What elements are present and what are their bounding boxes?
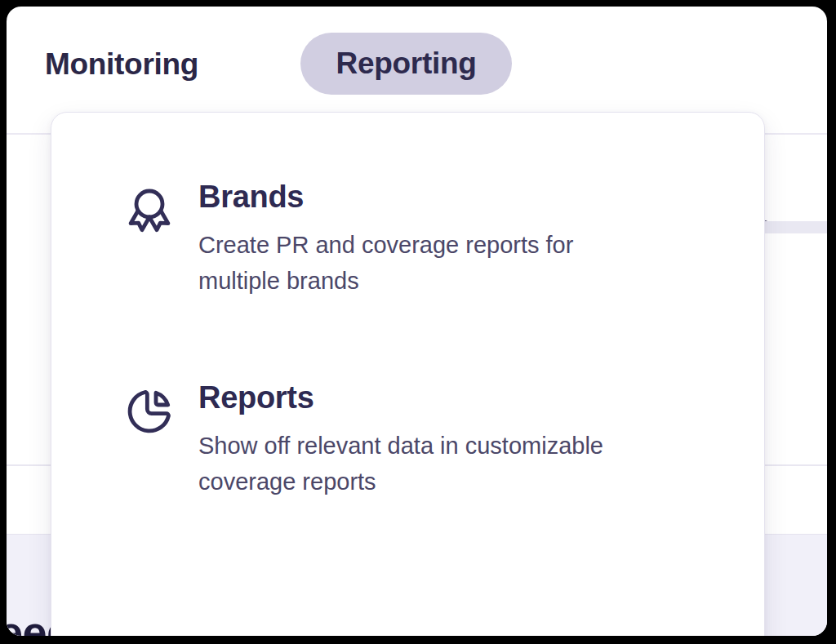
award-icon bbox=[123, 184, 176, 237]
tab-reporting[interactable]: Reporting bbox=[300, 33, 512, 95]
menu-item-title: Reports bbox=[198, 380, 623, 416]
menu-item-title: Brands bbox=[198, 180, 623, 215]
menu-item-description: Show off relevant data in customizable c… bbox=[198, 428, 623, 500]
tab-monitoring[interactable]: Monitoring bbox=[45, 47, 198, 82]
menu-item-reports[interactable]: Reports Show off relevant data in custom… bbox=[123, 380, 623, 500]
menu-item-brands[interactable]: Brands Create PR and coverage reports fo… bbox=[123, 180, 623, 299]
menu-item-description: Create PR and coverage reports for multi… bbox=[198, 227, 623, 299]
menu-item-brands-text: Brands Create PR and coverage reports fo… bbox=[198, 180, 623, 299]
reporting-dropdown: Brands Create PR and coverage reports fo… bbox=[51, 112, 765, 636]
background-highlight-row bbox=[764, 221, 827, 233]
pie-chart-icon bbox=[123, 385, 176, 437]
menu-item-reports-text: Reports Show off relevant data in custom… bbox=[198, 380, 623, 500]
tab-reporting-label: Reporting bbox=[336, 47, 476, 81]
app-window: eed Monitoring Reporting Brands Create P… bbox=[7, 7, 827, 636]
